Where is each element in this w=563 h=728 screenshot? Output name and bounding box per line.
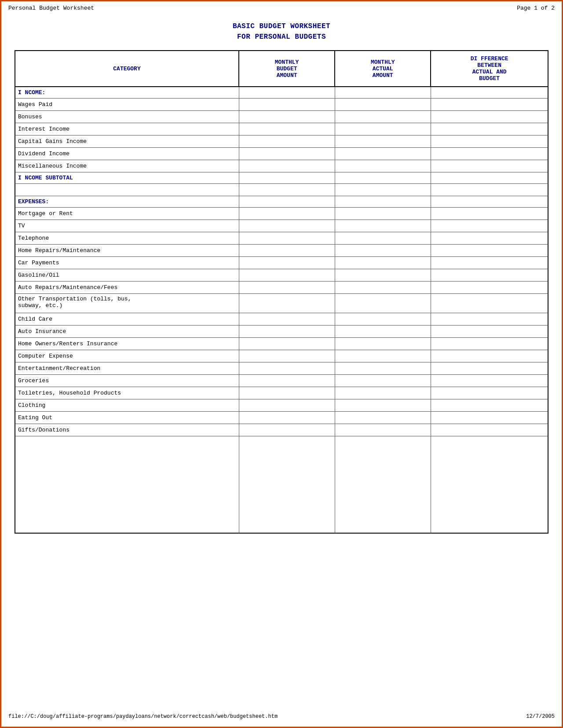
row-diff	[431, 245, 548, 257]
income-subtotal-diff	[431, 172, 548, 184]
row-diff	[431, 375, 548, 387]
row-diff	[431, 135, 548, 148]
row-budget	[239, 282, 335, 294]
row-budget	[239, 362, 335, 375]
row-actual	[335, 111, 431, 123]
col-header-budget: MONTHLYBUDGETAMOUNT	[239, 51, 335, 87]
row-actual	[335, 160, 431, 172]
table-row: Telephone	[15, 232, 548, 245]
row-label: Groceries	[15, 375, 239, 387]
row-label: Auto Repairs/Maintenance/Fees	[15, 282, 239, 294]
income-header-actual	[335, 87, 431, 99]
row-diff	[431, 99, 548, 111]
row-label: Home Owners/Renters Insurance	[15, 338, 239, 350]
table-row: Auto Insurance	[15, 326, 548, 338]
spacer-row	[15, 184, 548, 196]
main-title: BASIC BUDGET WORKSHEET FOR PERSONAL BUDG…	[1, 13, 562, 50]
row-actual	[335, 387, 431, 399]
income-subtotal-label: I NCOME SUBTOTAL	[15, 172, 239, 184]
row-budget	[239, 232, 335, 245]
row-budget	[239, 245, 335, 257]
row-diff	[431, 424, 548, 436]
row-label: Entertainment/Recreation	[15, 362, 239, 375]
table-row: Gasoline/Oil	[15, 269, 548, 282]
income-header-row: I NCOME:	[15, 87, 548, 99]
income-header-budget	[239, 87, 335, 99]
row-diff	[431, 412, 548, 424]
row-budget	[239, 111, 335, 123]
income-subtotal-row: I NCOME SUBTOTAL	[15, 172, 548, 184]
income-subtotal-actual	[335, 172, 431, 184]
row-diff	[431, 148, 548, 160]
table-row: Capital Gains Income	[15, 135, 548, 148]
footer-url: file://C:/doug/affiliate-programs/payday…	[8, 713, 278, 720]
row-actual	[335, 424, 431, 436]
row-actual	[335, 232, 431, 245]
table-row: Car Payments	[15, 257, 548, 269]
row-label: Dividend Income	[15, 148, 239, 160]
row-budget	[239, 208, 335, 220]
table-row: Wages Paid	[15, 99, 548, 111]
row-diff	[431, 313, 548, 326]
table-row: Dividend Income	[15, 148, 548, 160]
row-label: Clothing	[15, 399, 239, 412]
row-budget	[239, 160, 335, 172]
budget-table: CATEGORY MONTHLYBUDGETAMOUNT MONTHLYACTU…	[15, 50, 548, 534]
row-budget	[239, 350, 335, 362]
row-label: Capital Gains Income	[15, 135, 239, 148]
row-diff	[431, 111, 548, 123]
table-row: Gifts/Donations	[15, 424, 548, 436]
row-budget	[239, 412, 335, 424]
row-diff	[431, 362, 548, 375]
row-label: Toiletries, Household Products	[15, 387, 239, 399]
row-label: Mortgage or Rent	[15, 208, 239, 220]
row-actual	[335, 245, 431, 257]
row-actual	[335, 148, 431, 160]
row-diff	[431, 208, 548, 220]
table-row: Other Transportation (tolls, bus,subway,…	[15, 294, 548, 313]
col-header-actual: MONTHLYACTUALAMOUNT	[335, 51, 431, 87]
col-header-diff: DI FFERENCEBETWEENACTUAL ANDBUDGET	[431, 51, 548, 87]
row-budget	[239, 294, 335, 313]
row-diff	[431, 338, 548, 350]
row-budget	[239, 269, 335, 282]
row-label: Home Repairs/Maintenance	[15, 245, 239, 257]
row-actual	[335, 123, 431, 135]
footer-date: 12/7/2005	[526, 713, 555, 720]
row-diff	[431, 123, 548, 135]
title-line2: FOR PERSONAL BUDGETS	[1, 32, 562, 42]
row-label: Auto Insurance	[15, 326, 239, 338]
table-row: Miscellaneous Income	[15, 160, 548, 172]
row-actual	[335, 269, 431, 282]
row-budget	[239, 338, 335, 350]
row-label: Child Care	[15, 313, 239, 326]
row-budget	[239, 375, 335, 387]
row-actual	[335, 326, 431, 338]
row-actual	[335, 350, 431, 362]
row-label: Car Payments	[15, 257, 239, 269]
row-budget	[239, 387, 335, 399]
row-label: Interest Income	[15, 123, 239, 135]
row-actual	[335, 399, 431, 412]
table-row: Auto Repairs/Maintenance/Fees	[15, 282, 548, 294]
row-budget	[239, 220, 335, 232]
table-row: Entertainment/Recreation	[15, 362, 548, 375]
expenses-header-actual	[335, 196, 431, 208]
col-header-category: CATEGORY	[15, 51, 239, 87]
row-label: Telephone	[15, 232, 239, 245]
row-label: Eating Out	[15, 412, 239, 424]
row-label: TV	[15, 220, 239, 232]
table-header-row: CATEGORY MONTHLYBUDGETAMOUNT MONTHLYACTU…	[15, 51, 548, 87]
row-label: Gifts/Donations	[15, 424, 239, 436]
empty-budget	[239, 436, 335, 533]
table-row: Groceries	[15, 375, 548, 387]
table-row: Computer Expense	[15, 350, 548, 362]
table-row: Child Care	[15, 313, 548, 326]
income-subtotal-budget	[239, 172, 335, 184]
row-budget	[239, 123, 335, 135]
empty-area-row	[15, 436, 548, 533]
table-row: Toiletries, Household Products	[15, 387, 548, 399]
row-diff	[431, 220, 548, 232]
expenses-header-budget	[239, 196, 335, 208]
row-diff	[431, 257, 548, 269]
